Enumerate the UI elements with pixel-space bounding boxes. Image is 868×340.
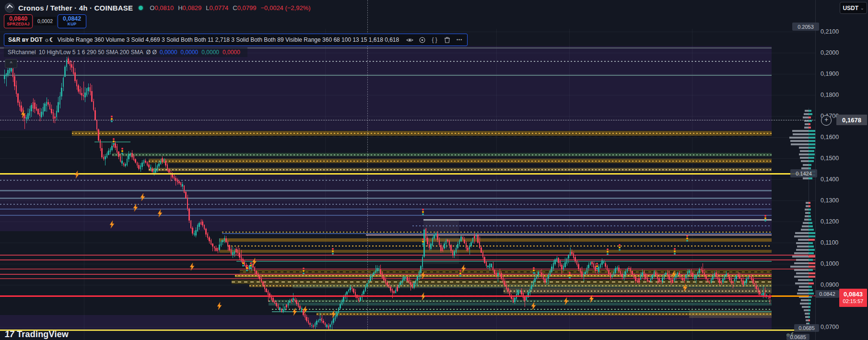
volume-profile-bar	[809, 117, 811, 118]
more-icon[interactable]: •••	[456, 36, 463, 44]
currency-selector[interactable]: USDT ⌄	[840, 2, 867, 14]
lightning-bolt-icon	[292, 308, 297, 317]
signal-dots-marker	[242, 260, 244, 267]
indicator-value: 0,0000	[201, 49, 219, 56]
trade-panel: 0,0840 SPRZEDAJ 0,0002 0,0842 KUP	[4, 14, 86, 28]
candle-wick	[584, 271, 584, 281]
candle-body	[350, 287, 351, 291]
candle-body	[37, 109, 39, 114]
candle-body	[117, 146, 118, 153]
candle-body	[556, 258, 558, 261]
candle-body	[536, 275, 538, 279]
candle-body	[165, 161, 166, 166]
volume-profile-bar	[794, 262, 809, 264]
candle-body	[346, 292, 348, 294]
volume-profile-bar	[809, 286, 812, 288]
candle-body	[586, 268, 588, 272]
volume-profile-bar	[809, 113, 812, 115]
volume-profile-bar	[809, 215, 811, 217]
indicator-legend-srchannel[interactable]: SRchannel 10 High/Low 5 1 6 290 50 SMA 2…	[4, 47, 247, 57]
lightning-bolt-icon	[331, 310, 336, 320]
candle-body	[531, 285, 532, 290]
candle-body	[278, 305, 279, 309]
candle-body	[684, 278, 685, 281]
candle-body	[494, 270, 495, 273]
market-status-icon[interactable]	[139, 6, 143, 10]
collapse-legend-button[interactable]: ^	[5, 59, 17, 68]
volume-profile-bar	[809, 289, 813, 291]
candle-body	[221, 242, 222, 246]
candle-body	[714, 273, 716, 276]
candle-body	[550, 270, 551, 275]
candle-body	[205, 229, 207, 234]
candle-body	[53, 112, 54, 119]
volume-profile-bar	[803, 177, 809, 179]
candle-body	[355, 292, 356, 295]
indicator-value: 0,0000	[181, 49, 199, 56]
signal-dots-marker	[303, 268, 305, 275]
candle-body	[687, 271, 689, 275]
candle-body	[413, 283, 415, 288]
candle-wick	[283, 304, 283, 313]
candle-body	[469, 246, 470, 249]
lightning-bolt-icon	[671, 270, 677, 280]
lightning-bolt-icon	[303, 306, 308, 316]
candle-body	[669, 275, 670, 280]
volume-profile-bar	[794, 276, 809, 278]
candle-body	[467, 247, 469, 250]
eye-icon[interactable]	[406, 36, 413, 44]
symbol-title[interactable]: Cronos / Tether · 4h · COINBASE	[18, 4, 133, 12]
candle-wick	[293, 293, 293, 303]
volume-profile-bar	[804, 127, 809, 129]
candle-body	[561, 265, 563, 270]
candle-body	[56, 111, 58, 117]
candle-body	[554, 259, 556, 265]
candle-body	[460, 236, 462, 241]
add-order-plus-button[interactable]: +	[821, 115, 832, 126]
price-tick-label: 0,1800	[821, 92, 839, 98]
indicator-params: Visible Range 360 Volume 3 Solid 4,669 3…	[58, 36, 399, 43]
volume-profile-bar	[799, 153, 809, 155]
candle-body	[486, 262, 487, 267]
sell-button[interactable]: 0,0840 SPRZEDAJ	[4, 14, 33, 28]
candle-body	[752, 279, 754, 283]
braces-icon[interactable]: { }	[431, 36, 438, 44]
candle-body	[672, 280, 673, 283]
candle-body	[680, 275, 682, 278]
candle-body	[178, 181, 180, 183]
volume-profile-bar	[803, 222, 809, 224]
indicator-title: S&R ʙʏ DGT ☼☾	[8, 36, 55, 43]
sr-zone	[232, 280, 772, 284]
candle-body	[264, 285, 266, 289]
volume-profile-bar	[790, 140, 809, 142]
sr-zone	[149, 159, 772, 163]
candle-body	[705, 276, 707, 279]
buy-button[interactable]: 0,0842 KUP	[58, 14, 86, 28]
candle-body	[372, 274, 373, 278]
candle-body	[111, 146, 113, 150]
candle-body	[563, 266, 564, 270]
candle-body	[254, 267, 256, 271]
candle-body	[336, 312, 338, 317]
volume-profile-bar	[795, 282, 809, 284]
volume-profile-bar	[795, 232, 809, 234]
lightning-bolt-icon	[461, 265, 466, 274]
tradingview-logo[interactable]: 17 TradingView	[5, 329, 69, 340]
indicator-legend-sr-dgt[interactable]: S&R ʙʏ DGT ☼☾ Visible Range 360 Volume 3…	[4, 34, 468, 46]
indicator-values: 0,00000,00000,00000,0000	[160, 49, 244, 56]
candle-body	[125, 164, 126, 166]
candle-body	[100, 140, 101, 148]
gear-icon[interactable]	[418, 36, 426, 44]
candle-body	[514, 298, 516, 303]
candle-body	[380, 270, 381, 274]
yellow-level-line	[0, 329, 810, 331]
candle-body	[175, 178, 176, 181]
volume-profile-bar	[803, 164, 809, 166]
grid-line-h	[0, 222, 815, 222]
trash-icon[interactable]	[443, 36, 451, 44]
candle-body	[538, 272, 539, 276]
candle-body	[410, 282, 411, 284]
candle-body	[741, 278, 742, 281]
candle-body	[110, 149, 111, 152]
candle-body	[746, 279, 747, 283]
